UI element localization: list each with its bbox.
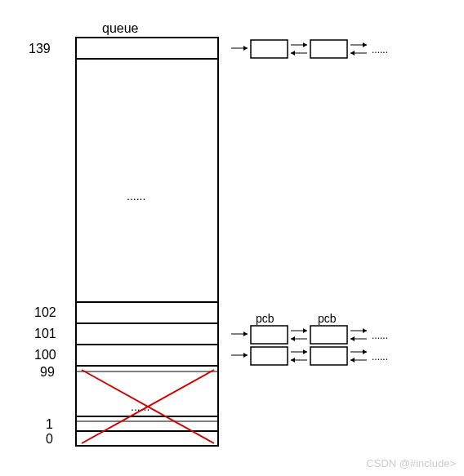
- ellipsis-list: ......: [372, 330, 388, 341]
- ellipsis-list: ......: [372, 44, 388, 56]
- priority-label-1: 1: [46, 417, 53, 431]
- priority-label-101: 101: [34, 327, 56, 340]
- pcb-node: [251, 347, 288, 365]
- priority-label-139: 139: [29, 42, 51, 56]
- linked-list-139: ......: [231, 40, 388, 58]
- pcb-label: pcb: [318, 312, 337, 325]
- priority-label-0: 0: [46, 432, 53, 446]
- pcb-label: pcb: [256, 312, 274, 325]
- linked-list-100: ......: [231, 347, 388, 365]
- priority-label-100: 100: [34, 348, 56, 362]
- ellipsis-middle: ......: [127, 189, 145, 202]
- priority-label-102: 102: [34, 305, 56, 319]
- pcb-node: [251, 326, 288, 344]
- linked-list-101: pcb pcb ......: [231, 312, 388, 344]
- pcb-node: [310, 326, 347, 344]
- pcb-node: [310, 40, 347, 58]
- priority-label-99: 99: [40, 365, 55, 379]
- queue-title: queue: [102, 21, 139, 35]
- pcb-node: [251, 40, 288, 58]
- pcb-node: [310, 347, 347, 365]
- watermark: CSDN @#include>: [366, 457, 456, 469]
- ellipsis-list: ......: [372, 351, 388, 363]
- queue-array: [76, 38, 218, 446]
